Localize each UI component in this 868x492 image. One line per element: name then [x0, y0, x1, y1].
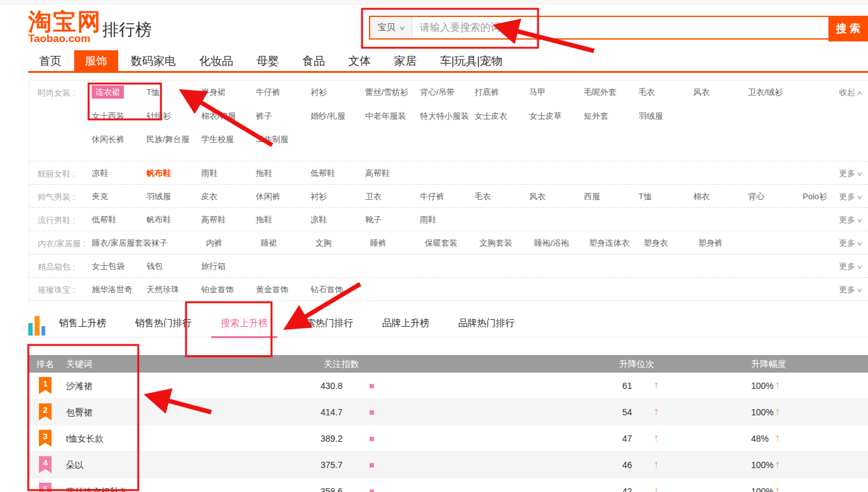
- category-item[interactable]: 帆布鞋: [146, 214, 201, 226]
- category-item[interactable]: 连衣裙: [92, 85, 146, 99]
- category-item[interactable]: 婚纱/礼服: [310, 110, 365, 122]
- category-item[interactable]: 低帮鞋: [310, 167, 365, 179]
- category-item[interactable]: 中老年服装: [365, 110, 420, 122]
- category-item[interactable]: 卫衣/绒衫: [748, 86, 803, 98]
- category-item[interactable]: 衬衫: [310, 190, 365, 202]
- category-item[interactable]: 黄金首饰: [256, 283, 310, 295]
- category-item[interactable]: 毛衣: [475, 190, 529, 202]
- rank-tab-2[interactable]: 搜索上升榜: [221, 309, 268, 337]
- rank-tab-1[interactable]: 销售热门排行: [135, 309, 192, 337]
- category-item[interactable]: 高帮鞋: [365, 167, 420, 179]
- category-item[interactable]: 蕾丝/雪纺衫: [365, 86, 420, 98]
- category-item[interactable]: 毛呢外套: [584, 86, 639, 98]
- nav-tab-7[interactable]: 家居: [383, 50, 427, 71]
- nav-tab-3[interactable]: 化妆品: [189, 50, 244, 71]
- keyword-link[interactable]: 朵以: [66, 460, 84, 471]
- category-item[interactable]: 铂金首饰: [201, 283, 256, 295]
- category-item[interactable]: 背心/吊带: [420, 86, 475, 98]
- category-item[interactable]: 钱包: [146, 260, 201, 272]
- category-item[interactable]: 毛衣: [639, 86, 693, 98]
- rank-tab-3[interactable]: 搜索热门排行: [297, 309, 353, 337]
- category-item[interactable]: 特大特小服装: [420, 110, 475, 122]
- rank-tab-0[interactable]: 销售上升榜: [59, 309, 106, 337]
- category-item[interactable]: 衬衫: [310, 86, 365, 98]
- category-item[interactable]: 休闲裤: [256, 190, 310, 202]
- category-item[interactable]: 睡袍/浴袍: [534, 237, 589, 249]
- category-item[interactable]: 拖鞋: [256, 167, 310, 179]
- collapse-link[interactable]: 收起∧: [839, 87, 862, 98]
- category-item[interactable]: 风衣: [693, 86, 748, 98]
- category-item[interactable]: 凉鞋: [310, 214, 365, 226]
- category-item[interactable]: T恤: [146, 86, 201, 98]
- nav-tab-8[interactable]: 车|玩具|宠物: [429, 50, 513, 71]
- category-item[interactable]: 羽绒服: [146, 190, 201, 202]
- nav-tab-2[interactable]: 数码家电: [120, 50, 187, 71]
- more-link[interactable]: 更多∨: [839, 284, 862, 295]
- category-item[interactable]: 塑身衣: [644, 237, 698, 249]
- category-item[interactable]: 女士包袋: [92, 260, 146, 272]
- category-item[interactable]: 睡衣/家居服套装: [92, 237, 151, 249]
- taobao-logo[interactable]: 淘宝网 Taobao.com: [28, 10, 102, 43]
- rank-tab-5[interactable]: 品牌热门排行: [458, 309, 515, 337]
- category-item[interactable]: 牛仔裤: [420, 190, 475, 202]
- category-item[interactable]: 钻石首饰: [310, 283, 365, 295]
- category-item[interactable]: 睡裤: [370, 237, 425, 249]
- category-item[interactable]: 施华洛世奇: [92, 283, 146, 295]
- category-item[interactable]: 低帮鞋: [92, 214, 146, 226]
- category-item[interactable]: 内裤: [206, 237, 261, 249]
- more-link[interactable]: 更多∨: [839, 168, 862, 179]
- category-item[interactable]: 棉衣: [693, 190, 748, 202]
- search-button[interactable]: 搜 索: [828, 16, 868, 41]
- category-item[interactable]: 袜子: [151, 237, 206, 249]
- category-item[interactable]: 工作制服: [256, 133, 310, 145]
- category-item[interactable]: 牛仔裤: [256, 86, 310, 98]
- nav-tab-6[interactable]: 文体: [338, 50, 382, 71]
- more-link[interactable]: 更多∨: [839, 214, 862, 226]
- search-input[interactable]: [412, 17, 828, 38]
- category-item[interactable]: 拖鞋: [256, 214, 310, 226]
- category-item[interactable]: 女士皮草: [529, 110, 584, 122]
- category-item[interactable]: 裤子: [256, 110, 310, 122]
- category-item[interactable]: 女士皮衣: [475, 110, 529, 122]
- category-item[interactable]: 天然珍珠: [146, 283, 201, 295]
- keyword-link[interactable]: t恤女长款: [66, 434, 104, 445]
- category-item[interactable]: 半身裙: [201, 86, 256, 98]
- category-item[interactable]: 帆布鞋: [146, 167, 201, 179]
- nav-tab-1[interactable]: 服饰: [74, 50, 118, 71]
- keyword-link[interactable]: 蕾丝连衣裙秋冬: [66, 486, 128, 492]
- category-item[interactable]: 保暖套装: [425, 237, 480, 249]
- category-item[interactable]: 棉衣/棉服: [201, 110, 256, 122]
- more-link[interactable]: 更多∨: [839, 238, 862, 249]
- category-item[interactable]: 文胸: [316, 237, 370, 249]
- category-item[interactable]: 凉鞋: [92, 167, 146, 179]
- category-item[interactable]: 高帮鞋: [201, 214, 256, 226]
- category-item[interactable]: 塑身裤: [698, 237, 753, 249]
- category-item[interactable]: 风衣: [529, 190, 584, 202]
- category-item[interactable]: 民族/舞台服: [146, 133, 201, 145]
- category-item[interactable]: T恤: [639, 190, 693, 202]
- category-item[interactable]: 打底裤: [475, 86, 529, 98]
- category-item[interactable]: 马甲: [529, 86, 584, 98]
- category-item[interactable]: 短外套: [584, 110, 639, 122]
- search-category-dropdown[interactable]: 宝贝 ∨: [370, 17, 412, 38]
- category-item[interactable]: 靴子: [365, 214, 420, 226]
- category-item[interactable]: 背心: [748, 190, 803, 202]
- category-item[interactable]: 雨鞋: [201, 167, 256, 179]
- category-item[interactable]: 女士西装: [92, 110, 146, 122]
- nav-tab-4[interactable]: 母婴: [246, 50, 290, 71]
- category-item[interactable]: 羽绒服: [639, 110, 693, 122]
- category-item[interactable]: 西服: [584, 190, 639, 202]
- category-item[interactable]: 针织衫: [146, 110, 201, 122]
- nav-tab-0[interactable]: 首页: [28, 50, 72, 71]
- nav-tab-5[interactable]: 食品: [292, 50, 336, 71]
- category-item[interactable]: 休闲长裤: [92, 133, 146, 145]
- category-item[interactable]: 学生校服: [201, 133, 256, 145]
- category-item[interactable]: 卫衣: [365, 190, 420, 202]
- category-item[interactable]: 雨鞋: [420, 214, 475, 226]
- more-link[interactable]: 更多∨: [839, 191, 862, 202]
- more-link[interactable]: 更多∨: [839, 261, 862, 272]
- category-item[interactable]: 皮衣: [201, 190, 256, 202]
- category-item[interactable]: 睡裙: [261, 237, 316, 249]
- keyword-link[interactable]: 包臀裙: [66, 407, 92, 418]
- keyword-link[interactable]: 沙滩裙: [66, 381, 92, 392]
